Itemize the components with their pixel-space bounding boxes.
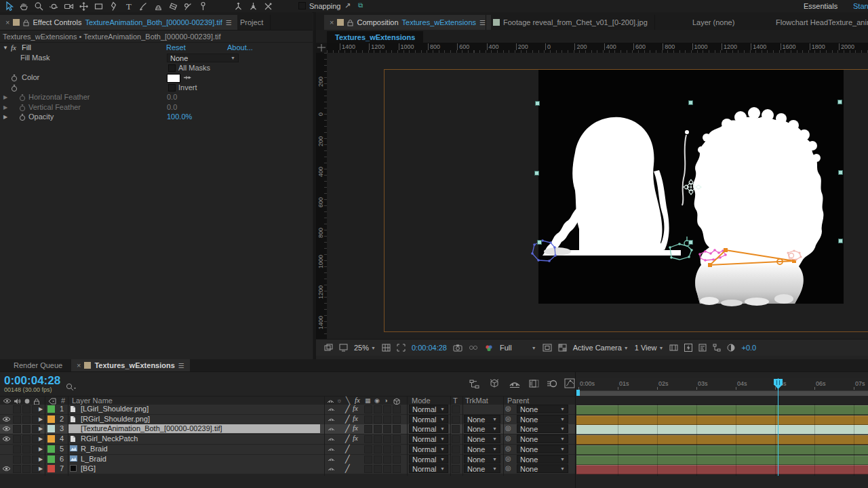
visibility-toggle[interactable] — [2, 416, 11, 422]
motion-blur-toggle[interactable] — [374, 445, 382, 453]
grid-guides-icon[interactable] — [382, 344, 391, 352]
quality-toggle[interactable]: ╱ — [345, 434, 350, 443]
selection-handle[interactable] — [838, 239, 843, 243]
prop-value[interactable]: 100.0% — [167, 113, 192, 121]
cube-3d-toggle[interactable] — [393, 445, 401, 453]
expand-caret-icon[interactable]: ▶ — [39, 426, 43, 432]
cube-3d-toggle[interactable] — [393, 415, 401, 424]
roto-brush-tool-icon[interactable] — [180, 1, 195, 12]
eraser-tool-icon[interactable] — [165, 1, 180, 12]
preserve-transparency-toggle[interactable] — [452, 415, 460, 424]
primary-viewer-icon[interactable] — [339, 344, 348, 352]
selection-handle[interactable] — [535, 101, 540, 106]
preserve-transparency-toggle[interactable] — [452, 445, 460, 453]
motion-blur-toggle[interactable] — [374, 425, 382, 433]
target-region-icon[interactable] — [542, 344, 552, 352]
trkmat-select[interactable]: None▼ — [464, 464, 500, 473]
parent-select[interactable]: None▼ — [517, 434, 568, 443]
effect-fill-header[interactable]: ▼ fx Fill Reset About... — [0, 43, 313, 53]
layer-row[interactable]: ▶ 6 L_Braid ╱ Normal▼ None▼ ◎ None▼ — [0, 455, 576, 464]
parent-pickwhip-icon[interactable]: ◎ — [505, 464, 511, 472]
expand-caret-icon[interactable]: ▶ — [3, 104, 7, 110]
selection-handle[interactable] — [838, 170, 843, 175]
visibility-toggle[interactable] — [2, 436, 11, 442]
fill-mask-dropdown[interactable]: None ▼ — [167, 54, 239, 62]
frame-blend-toggle[interactable] — [364, 435, 372, 443]
workspace-standard[interactable]: Stan — [853, 2, 868, 10]
parent-select[interactable]: None▼ — [517, 445, 568, 453]
expand-caret-icon[interactable]: ▶ — [3, 94, 7, 100]
solo-toggle[interactable] — [22, 405, 31, 413]
shy-toggle[interactable] — [328, 426, 335, 432]
fast-previews-icon[interactable] — [684, 344, 692, 352]
adjustment-toggle[interactable] — [383, 405, 391, 413]
layer-row[interactable]: ▶ 5 R_Braid ╱ Normal▼ None▼ ◎ None▼ — [0, 445, 576, 454]
quality-toggle[interactable]: ╱ — [345, 455, 350, 464]
world-axis-mode-tool-icon[interactable] — [245, 1, 260, 12]
fx-toggle[interactable]: fx — [353, 424, 358, 432]
layer-row[interactable]: ▶ 4 RGirl_NeckPatch ╱ fx Normal▼ None▼ ◎… — [0, 434, 576, 444]
all-masks-checkbox[interactable] — [168, 64, 176, 72]
invert-checkbox[interactable] — [168, 84, 176, 92]
timeline-button-icon[interactable] — [698, 344, 707, 352]
audio-toggle[interactable] — [13, 415, 21, 424]
shape-tool-icon[interactable] — [91, 1, 106, 12]
adjustment-toggle[interactable] — [383, 455, 391, 464]
solo-toggle[interactable] — [22, 435, 31, 443]
label-color-chip[interactable] — [47, 435, 55, 443]
exposure-value[interactable]: +0.0 — [741, 344, 756, 352]
resolution-select[interactable]: Full▼ — [500, 344, 536, 352]
playhead-line[interactable] — [778, 378, 778, 476]
tab-footage[interactable]: Footage reveal_from_Chet_v01_[0-200].jpg — [486, 15, 655, 30]
transparency-grid-icon[interactable] — [558, 344, 567, 352]
parent-pickwhip-icon[interactable]: ◎ — [505, 424, 511, 432]
workspace-essentials[interactable]: Essentials — [804, 2, 837, 10]
parent-select[interactable]: None▼ — [517, 415, 568, 424]
layer-name[interactable]: [TextureAnimation_Both_[00000-00239].tif… — [68, 424, 320, 433]
expand-caret-icon[interactable]: ▶ — [39, 466, 43, 472]
comp-viewer[interactable] — [327, 53, 868, 339]
motion-blur-toggle[interactable] — [374, 465, 382, 473]
blend-mode-select[interactable]: Normal▼ — [409, 445, 448, 453]
layer-name[interactable]: R_Braid — [79, 445, 110, 453]
motion-blur-toggle[interactable] — [374, 435, 382, 443]
pen-tool-icon[interactable] — [106, 1, 121, 12]
audio-toggle[interactable] — [13, 455, 21, 464]
color-swatch[interactable] — [167, 74, 180, 83]
show-channel-icon[interactable] — [484, 344, 494, 352]
reset-link[interactable]: Reset — [166, 43, 186, 52]
view-axis-mode-tool-icon[interactable] — [260, 1, 275, 12]
fx-toggle[interactable]: fx — [353, 404, 358, 412]
preserve-transparency-toggle[interactable] — [452, 425, 460, 433]
adjustment-toggle[interactable] — [383, 435, 391, 443]
layer-duration-bar[interactable] — [576, 465, 868, 474]
local-axis-mode-tool-icon[interactable] — [231, 1, 245, 12]
solo-toggle[interactable] — [22, 415, 31, 424]
solo-toggle[interactable] — [22, 425, 31, 433]
expand-caret-icon[interactable]: ▶ — [3, 114, 7, 120]
quality-toggle[interactable]: ╱ — [345, 424, 350, 433]
stopwatch-icon[interactable] — [11, 84, 18, 92]
cube-3d-toggle[interactable] — [393, 465, 401, 473]
frame-blend-toggle[interactable] — [364, 465, 372, 473]
always-preview-icon[interactable] — [324, 344, 333, 352]
frame-blend-toggle[interactable] — [364, 445, 372, 453]
label-color-chip[interactable] — [47, 415, 55, 423]
cube-3d-toggle[interactable] — [393, 425, 401, 433]
clone-stamp-tool-icon[interactable] — [151, 1, 165, 12]
brush-tool-icon[interactable] — [136, 1, 151, 12]
comp-timecode[interactable]: 0:00:04:28 — [412, 344, 447, 352]
frame-blend-toggle[interactable] — [364, 415, 372, 424]
motion-blur-toggle[interactable] — [374, 415, 382, 424]
tab-flowchart[interactable]: Flowchart HeadTexture_animatio — [769, 15, 868, 30]
parent-pickwhip-icon[interactable]: ◎ — [505, 445, 511, 452]
shy-toggle[interactable] — [328, 446, 335, 453]
panel-menu-icon[interactable]: ☰ — [479, 19, 486, 26]
trkmat-select[interactable]: None▼ — [464, 424, 500, 433]
tab-layer[interactable]: Layer (none) — [686, 15, 741, 30]
expand-caret-icon[interactable]: ▶ — [39, 446, 43, 452]
parent-pickwhip-icon[interactable]: ◎ — [505, 455, 511, 462]
expand-caret-icon[interactable]: ▶ — [39, 436, 43, 442]
motion-blur-toggle[interactable] — [374, 455, 382, 464]
trkmat-select[interactable]: None▼ — [464, 434, 500, 443]
